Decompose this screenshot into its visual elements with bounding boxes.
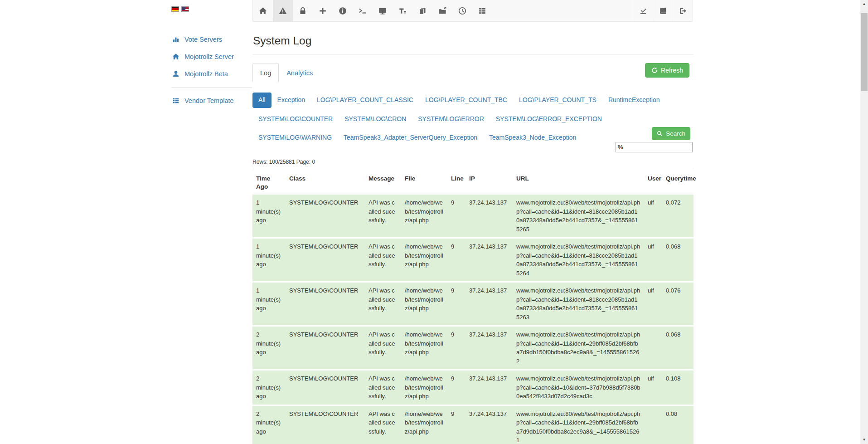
cell-message: API was called sucessfully. xyxy=(365,327,401,369)
refresh-button[interactable]: Refresh xyxy=(645,63,689,78)
column-header-class: Class xyxy=(286,172,365,193)
navbar-item-system-log[interactable] xyxy=(273,0,293,21)
navbar-item-terminal[interactable] xyxy=(353,0,373,21)
cell-user: ulf xyxy=(644,283,662,325)
main-content: System Log Log Analytics Refresh AllExce… xyxy=(252,22,693,444)
folder-export-icon xyxy=(438,7,446,15)
search-button[interactable]: Search xyxy=(652,127,690,140)
cell-line: 9 xyxy=(447,283,466,325)
filter-exception[interactable]: Exception xyxy=(272,93,311,108)
cell-file: /home/web/web/test/mojotrollz/api.php xyxy=(401,283,447,325)
terminal-icon xyxy=(359,7,367,15)
cell-message: API was called sucessfully. xyxy=(365,371,401,405)
scrollbar-thumb[interactable] xyxy=(861,13,868,91)
sidebar-item-vote-servers[interactable]: Vote Servers xyxy=(171,31,252,48)
cell-class: SYSTEM\LOG\COUNTER xyxy=(286,371,365,405)
filter-system-log-cron[interactable]: SYSTEM\LOG\CRON xyxy=(339,112,412,127)
column-header-querytime: Querytime xyxy=(662,172,693,193)
us-flag[interactable] xyxy=(181,6,189,12)
cell-url: www.mojotrollz.eu:80/web/test/mojotrollz… xyxy=(513,239,644,281)
filter-log-player-count-tbc[interactable]: LOG\PLAYER_COUNT_TBC xyxy=(419,93,513,108)
sidebar-item-label: Mojotrollz Beta xyxy=(184,70,228,78)
refresh-icon xyxy=(651,67,658,73)
navbar-item-list[interactable] xyxy=(472,0,492,21)
tab-analytics[interactable]: Analytics xyxy=(279,63,320,82)
clock-icon xyxy=(458,7,466,15)
sidebar-item-mojotrollz-beta[interactable]: Mojotrollz Beta xyxy=(171,65,252,83)
cell-class: SYSTEM\LOG\COUNTER xyxy=(286,195,365,237)
search-icon xyxy=(657,131,663,137)
user-icon xyxy=(172,70,179,78)
top-navbar xyxy=(252,0,693,22)
title-divider xyxy=(252,54,693,55)
cell-message: API was called sucessfully. xyxy=(365,283,401,325)
filter-teamspeak3-node-exception[interactable]: TeamSpeak3_Node_Exception xyxy=(483,130,582,146)
navbar-item-home[interactable] xyxy=(253,0,273,21)
cell-file: /home/web/web/test/mojotrollz/api.php xyxy=(401,195,447,237)
cell-line: 9 xyxy=(447,371,466,405)
cell-time_ago: 1 minute(s) ago xyxy=(252,239,286,281)
scrollbar-down-arrow[interactable]: ▼ xyxy=(860,437,868,443)
cell-user: ulf xyxy=(644,371,662,405)
navbar-item-text[interactable] xyxy=(393,0,412,21)
filter-all[interactable]: All xyxy=(252,93,272,108)
cell-querytime: 0.068 xyxy=(662,239,693,281)
filter-system-log-warning[interactable]: SYSTEM\LOG\WARNING xyxy=(252,130,338,146)
navbar-item-history[interactable] xyxy=(452,0,472,21)
language-switcher xyxy=(171,6,189,12)
cell-user: ulf xyxy=(644,195,662,237)
bar-chart-icon xyxy=(172,36,179,43)
filter-runtimeexception[interactable]: RuntimeException xyxy=(602,93,666,108)
sidebar-item-mojotrollz-server[interactable]: Mojotrollz Server xyxy=(171,48,252,65)
navbar-item-info[interactable] xyxy=(333,0,353,21)
log-row: 2 minute(s) agoSYSTEM\LOG\COUNTERAPI was… xyxy=(252,327,693,369)
cell-user xyxy=(644,406,662,444)
text-height-icon xyxy=(398,7,407,15)
search-input[interactable] xyxy=(616,142,693,152)
sidebar-item-vendor-template[interactable]: Vendor Template xyxy=(171,92,252,109)
german-flag[interactable] xyxy=(171,6,179,12)
navbar-item-security[interactable] xyxy=(293,0,313,21)
plus-icon xyxy=(319,7,327,15)
cell-time_ago: 1 minute(s) ago xyxy=(252,283,286,325)
navbar-item-download[interactable] xyxy=(633,0,653,21)
filter-log-player-count-classic[interactable]: LOG\PLAYER_COUNT_CLASSIC xyxy=(311,93,419,108)
navbar-item-folder[interactable] xyxy=(432,0,452,21)
refresh-button-label: Refresh xyxy=(661,67,683,74)
sidebar-divider xyxy=(171,87,252,88)
filter-system-log-error[interactable]: SYSTEM\LOG\ERROR xyxy=(412,112,490,127)
table-divider xyxy=(252,169,693,169)
filter-log-player-count-ts[interactable]: LOG\PLAYER_COUNT_TS xyxy=(513,93,602,108)
book-icon xyxy=(659,7,667,15)
log-row: 1 minute(s) agoSYSTEM\LOG\COUNTERAPI was… xyxy=(252,195,693,237)
filter-system-log-counter[interactable]: SYSTEM\LOG\COUNTER xyxy=(252,112,339,127)
cell-file: /home/web/web/test/mojotrollz/api.php xyxy=(401,239,447,281)
th-list-icon xyxy=(172,97,179,104)
cell-time_ago: 1 minute(s) ago xyxy=(252,195,286,237)
cell-user xyxy=(644,327,662,369)
navbar-item-files[interactable] xyxy=(412,0,432,21)
warning-icon xyxy=(279,7,287,15)
tab-log[interactable]: Log xyxy=(252,63,279,82)
cell-line: 9 xyxy=(447,195,466,237)
filter-teamspeak3-adapter-serverquery-exception[interactable]: TeamSpeak3_Adapter_ServerQuery_Exception xyxy=(338,130,483,146)
navbar-item-logout[interactable] xyxy=(673,0,693,21)
cell-line: 9 xyxy=(447,327,466,369)
cell-class: SYSTEM\LOG\COUNTER xyxy=(286,239,365,281)
vertical-scrollbar: ▲ ▼ xyxy=(860,0,868,444)
navbar-item-add[interactable] xyxy=(313,0,333,21)
cell-class: SYSTEM\LOG\COUNTER xyxy=(286,283,365,325)
navbar-item-book[interactable] xyxy=(653,0,673,21)
cell-url: www.mojotrollz.eu:80/web/test/mojotrollz… xyxy=(513,406,644,444)
scrollbar-up-arrow[interactable]: ▲ xyxy=(860,1,868,7)
navbar-item-display[interactable] xyxy=(373,0,393,21)
cell-ip: 37.24.143.137 xyxy=(466,371,513,405)
filter-system-log-error-exception[interactable]: SYSTEM\LOG\ERROR_EXCEPTION xyxy=(490,112,608,127)
info-icon xyxy=(339,7,347,15)
rows-info: Rows: 100/25881 Page: 0 xyxy=(252,159,693,165)
home-icon xyxy=(172,53,179,60)
sidebar-item-label: Vendor Template xyxy=(184,97,234,104)
home-icon xyxy=(259,7,267,15)
cell-line: 9 xyxy=(447,406,466,444)
sign-out-icon xyxy=(679,7,687,15)
